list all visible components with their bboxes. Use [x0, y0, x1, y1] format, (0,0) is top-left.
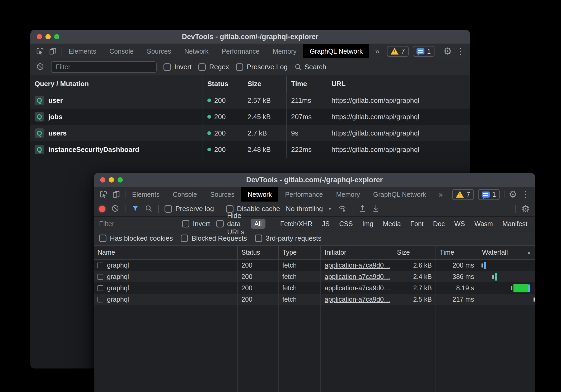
- tab-network[interactable]: Network: [241, 187, 279, 202]
- invert-checkbox-group[interactable]: Invert: [182, 220, 210, 228]
- request-checkbox[interactable]: [97, 285, 103, 291]
- record-icon[interactable]: [99, 206, 105, 212]
- settings-gear-icon[interactable]: ⚙: [443, 46, 452, 56]
- search-icon[interactable]: [145, 205, 152, 213]
- warnings-badge[interactable]: ! 7: [452, 189, 474, 200]
- kebab-menu-icon[interactable]: ⋮: [456, 47, 465, 55]
- col-url[interactable]: URL: [327, 76, 470, 92]
- more-tabs-icon[interactable]: »: [369, 44, 385, 58]
- has-blocked-cookies-checkbox-group[interactable]: Has blocked cookies: [99, 234, 173, 242]
- preserve-log-checkbox-group[interactable]: Preserve Log: [236, 63, 288, 71]
- network-conditions-icon[interactable]: [338, 204, 347, 214]
- tab-memory[interactable]: Memory: [329, 187, 366, 202]
- filter-chip-wasm[interactable]: Wasm: [473, 219, 494, 229]
- request-checkbox[interactable]: [97, 274, 103, 280]
- issues-badge[interactable]: 1: [478, 189, 500, 200]
- clear-icon[interactable]: [36, 63, 44, 72]
- close-button[interactable]: [37, 34, 42, 39]
- clear-icon[interactable]: [111, 204, 119, 213]
- col-query-mutation[interactable]: Query / Mutation: [30, 76, 203, 92]
- col-waterfall[interactable]: Waterfall ▲: [478, 246, 535, 259]
- table-row[interactable]: QinstanceSecurityDashboard 200 2.48 kB 2…: [30, 141, 470, 158]
- request-checkbox[interactable]: [97, 263, 103, 268]
- issues-badge[interactable]: 1: [413, 46, 434, 57]
- third-party-requests-checkbox-group[interactable]: 3rd-party requests: [255, 234, 321, 242]
- request-checkbox[interactable]: [97, 297, 103, 302]
- device-toolbar-icon[interactable]: [112, 190, 121, 199]
- network-settings-gear-icon[interactable]: ⚙: [521, 204, 530, 214]
- preserve-log-checkbox[interactable]: [236, 63, 243, 71]
- filter-chip-manifest[interactable]: Manifest: [501, 219, 529, 229]
- titlebar[interactable]: DevTools - gitlab.com/-/graphql-explorer: [30, 30, 470, 44]
- tab-graphql-network[interactable]: GraphQL Network: [367, 187, 433, 202]
- initiator-link[interactable]: application-a7ca9d0…: [325, 273, 390, 281]
- col-status[interactable]: Status: [203, 76, 243, 92]
- table-row[interactable]: Qusers 200 2.7 kB 9s https://gitlab.com/…: [30, 125, 470, 141]
- tab-memory[interactable]: Memory: [266, 44, 303, 58]
- blocked-requests-checkbox-group[interactable]: Blocked Requests: [181, 234, 247, 242]
- filter-funnel-icon[interactable]: [131, 204, 139, 213]
- invert-checkbox[interactable]: [182, 220, 189, 227]
- close-button[interactable]: [100, 177, 105, 183]
- maximize-button[interactable]: [118, 177, 123, 183]
- col-status[interactable]: Status: [237, 246, 278, 259]
- preserve-log-checkbox[interactable]: [165, 205, 172, 213]
- export-har-icon[interactable]: [372, 204, 380, 213]
- settings-gear-icon[interactable]: ⚙: [509, 190, 517, 199]
- table-row[interactable]: graphql 200 fetch application-a7ca9d0… 2…: [94, 294, 535, 305]
- col-size[interactable]: Size: [393, 246, 436, 259]
- regex-checkbox-group[interactable]: Regex: [198, 63, 229, 71]
- minimize-button[interactable]: [45, 34, 51, 39]
- filter-chip-all[interactable]: All: [251, 219, 265, 229]
- filter-input[interactable]: [51, 61, 157, 73]
- regex-checkbox[interactable]: [198, 63, 206, 71]
- inspect-element-icon[interactable]: [36, 47, 45, 56]
- warnings-badge[interactable]: ! 7: [387, 46, 409, 57]
- tab-performance[interactable]: Performance: [215, 44, 266, 58]
- blocked-requests-checkbox[interactable]: [181, 235, 188, 242]
- titlebar[interactable]: DevTools - gitlab.com/-/graphql-explorer: [94, 173, 535, 187]
- import-har-icon[interactable]: [359, 204, 366, 213]
- tab-network[interactable]: Network: [178, 44, 215, 58]
- table-row[interactable]: Quser 200 2.57 kB 211ms https://gitlab.c…: [30, 92, 470, 109]
- tab-graphql-network[interactable]: GraphQL Network: [303, 44, 370, 58]
- has-blocked-cookies-checkbox[interactable]: [99, 235, 106, 242]
- third-party-requests-checkbox[interactable]: [255, 235, 262, 242]
- inspect-element-icon[interactable]: [99, 190, 108, 199]
- tab-elements[interactable]: Elements: [125, 187, 166, 202]
- tab-console[interactable]: Console: [103, 44, 140, 58]
- tab-sources[interactable]: Sources: [140, 44, 178, 58]
- col-type[interactable]: Type: [278, 246, 320, 259]
- invert-checkbox-group[interactable]: Invert: [163, 63, 191, 71]
- table-row[interactable]: Qjobs 200 2.45 kB 207ms https://gitlab.c…: [30, 109, 470, 125]
- throttling-select[interactable]: No throttling ▼: [286, 205, 332, 213]
- filter-chip-css[interactable]: CSS: [338, 219, 354, 229]
- maximize-button[interactable]: [54, 34, 59, 39]
- hide-data-urls-checkbox[interactable]: [216, 220, 224, 227]
- tab-console[interactable]: Console: [166, 187, 204, 202]
- search-button[interactable]: Search: [294, 63, 326, 71]
- minimize-button[interactable]: [109, 177, 114, 183]
- col-name[interactable]: Name: [94, 246, 237, 259]
- col-size[interactable]: Size: [243, 76, 286, 92]
- hide-data-urls-checkbox-group[interactable]: Hide data URLs: [216, 212, 244, 236]
- table-row[interactable]: graphql 200 fetch application-a7ca9d0… 2…: [94, 271, 535, 282]
- tab-elements[interactable]: Elements: [62, 44, 103, 58]
- filter-chip-fetch-xhr[interactable]: Fetch/XHR: [279, 219, 314, 229]
- kebab-menu-icon[interactable]: ⋮: [521, 190, 530, 199]
- col-initiator[interactable]: Initiator: [320, 246, 393, 259]
- initiator-link[interactable]: application-a7ca9d0…: [325, 296, 390, 303]
- filter-chip-doc[interactable]: Doc: [432, 219, 446, 229]
- col-time[interactable]: Time: [436, 246, 478, 259]
- initiator-link[interactable]: application-a7ca9d0…: [325, 284, 390, 292]
- initiator-link[interactable]: application-a7ca9d0…: [325, 262, 390, 269]
- invert-checkbox[interactable]: [163, 63, 171, 71]
- tab-sources[interactable]: Sources: [204, 187, 241, 202]
- col-time[interactable]: Time: [286, 76, 327, 92]
- table-row[interactable]: graphql 200 fetch application-a7ca9d0… 2…: [94, 260, 535, 271]
- filter-input[interactable]: [99, 220, 176, 228]
- device-toolbar-icon[interactable]: [48, 47, 57, 56]
- filter-chip-js[interactable]: JS: [320, 219, 331, 229]
- more-tabs-icon[interactable]: »: [433, 187, 449, 202]
- tab-performance[interactable]: Performance: [278, 187, 329, 202]
